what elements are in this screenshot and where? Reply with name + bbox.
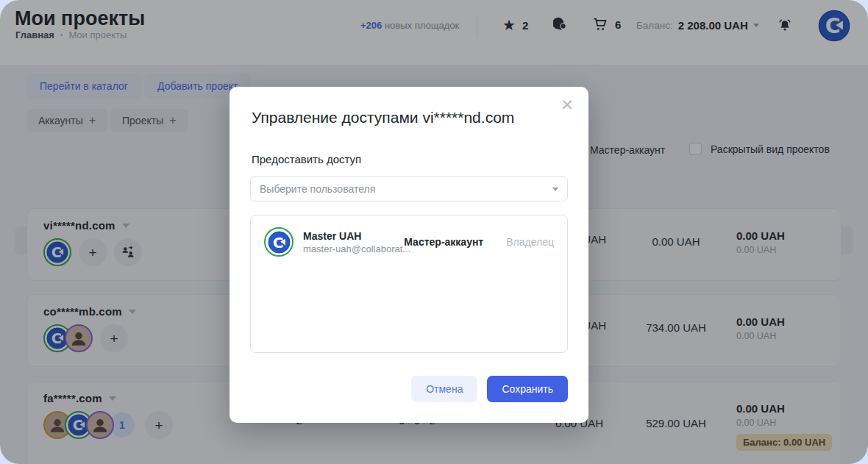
close-icon[interactable]: ✕: [559, 97, 575, 113]
chevron-down-icon: [552, 188, 558, 191]
user-role: Мастер-аккаунт: [404, 236, 483, 248]
user-avatar: [264, 227, 294, 257]
modal-footer: Отмена Сохранить: [411, 376, 568, 402]
user-name: Master UAH: [303, 230, 394, 242]
modal-title: Управление доступами vi*****nd.com: [252, 109, 514, 126]
users-list: Master UAH master-uah@collaborat... Маст…: [250, 215, 568, 353]
user-identity: Master UAH master-uah@collaborat...: [303, 230, 394, 254]
user-list-item[interactable]: Master UAH master-uah@collaborat... Маст…: [251, 215, 567, 268]
save-button[interactable]: Сохранить: [487, 376, 568, 402]
user-select-placeholder: Выберите пользователя: [260, 183, 375, 195]
cancel-button[interactable]: Отмена: [411, 376, 477, 402]
user-email: master-uah@collaborat...: [303, 243, 394, 254]
brand-logo-icon: [268, 231, 291, 254]
grant-access-label: Предоставить доступ: [252, 153, 361, 165]
user-ownership: Владелец: [506, 236, 554, 248]
access-management-modal: ✕ Управление доступами vi*****nd.com Пре…: [230, 87, 588, 423]
user-select[interactable]: Выберите пользователя: [250, 176, 568, 201]
app-window: Мои проекты Главная • Мои проекты +206 н…: [0, 0, 868, 464]
